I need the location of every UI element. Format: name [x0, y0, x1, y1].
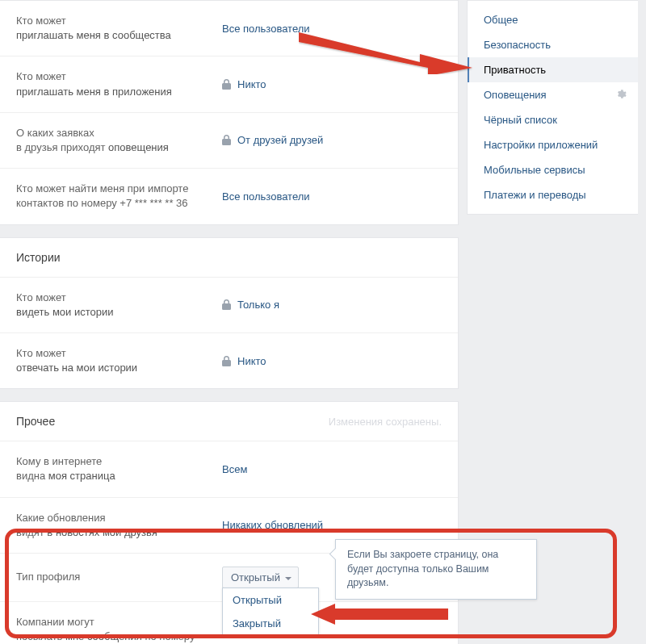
dropdown-option-closed[interactable]: Закрытый: [223, 612, 318, 635]
row-value[interactable]: Все пользователи: [222, 190, 310, 203]
stories-header: Истории: [0, 238, 458, 277]
lock-icon: [222, 356, 231, 366]
row-value[interactable]: Никто: [222, 355, 266, 367]
sidebar-item-security[interactable]: Безопасность: [468, 32, 638, 57]
row-value[interactable]: Никаких обновлений: [222, 519, 323, 531]
row-invite-communities[interactable]: Кто может приглашать меня в сообщества В…: [0, 1, 458, 56]
saved-indicator: Изменения сохранены.: [329, 416, 442, 428]
row-value[interactable]: От друзей друзей: [222, 134, 323, 146]
row-friend-request-notif[interactable]: О каких заявках в друзья приходят оповещ…: [0, 112, 458, 168]
dropdown-toggle[interactable]: Открытый: [222, 567, 299, 588]
sidebar-menu: Общее Безопасность Приватность Оповещени…: [467, 0, 638, 215]
profile-type-tooltip: Если Вы закроете страницу, она будет дос…: [335, 539, 537, 600]
dropdown-menu: Открытый Закрытый: [222, 588, 319, 636]
lock-icon: [222, 299, 231, 310]
lock-icon: [222, 79, 231, 90]
dropdown-option-open[interactable]: Открытый: [223, 588, 318, 612]
row-value[interactable]: Все пользователи: [222, 23, 310, 35]
sidebar-item-payments[interactable]: Платежи и переводы: [468, 182, 638, 207]
stories-card: Истории Кто может видеть мои истории Тол…: [0, 237, 459, 390]
contact-settings-card: Кто может приглашать меня в сообщества В…: [0, 0, 459, 225]
profile-type-dropdown[interactable]: Открытый Открытый Закрытый: [222, 567, 299, 588]
row-stories-reply[interactable]: Кто может отвечать на мои истории Никто: [0, 332, 458, 388]
other-card: Прочее Изменения сохранены. Кому в интер…: [0, 401, 459, 644]
gear-icon[interactable]: [615, 89, 627, 102]
sidebar-item-blacklist[interactable]: Чёрный список: [468, 107, 638, 132]
other-header: Прочее Изменения сохранены.: [0, 402, 458, 441]
row-page-visibility[interactable]: Кому в интернете видна моя страница Всем: [0, 441, 458, 496]
lock-icon: [222, 135, 231, 145]
sidebar-item-privacy[interactable]: Приватность: [468, 57, 638, 82]
row-invite-apps[interactable]: Кто может приглашать меня в приложения Н…: [0, 56, 458, 111]
sidebar-item-general[interactable]: Общее: [468, 7, 638, 32]
sidebar-item-notifications[interactable]: Оповещения: [468, 82, 638, 107]
row-value[interactable]: Только я: [222, 299, 279, 311]
row-value[interactable]: Никто: [222, 78, 266, 90]
row-stories-view[interactable]: Кто может видеть мои истории Только я: [0, 277, 458, 332]
sidebar-item-mobile[interactable]: Мобильные сервисы: [468, 157, 638, 182]
row-value[interactable]: Всем: [222, 463, 247, 475]
row-value[interactable]: Открытый Открытый Закрытый: [222, 567, 299, 588]
row-find-by-phone[interactable]: Кто может найти меня при импорте контакт…: [0, 168, 458, 224]
sidebar-item-app-settings[interactable]: Настройки приложений: [468, 132, 638, 157]
